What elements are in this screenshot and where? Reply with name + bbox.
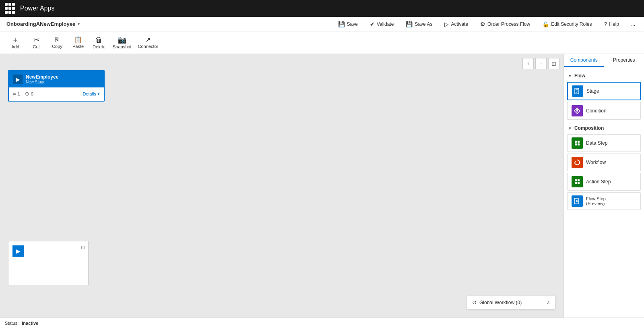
save-label: Save <box>347 21 358 27</box>
app-title-bar: OnboardingANewEmployee ▾ 💾 Save ✔ Valida… <box>0 17 644 31</box>
empty-stage-node[interactable]: ▶ ⊡ <box>8 241 89 285</box>
order-process-flow-icon: ⚙ <box>480 21 485 27</box>
flow-section-label: Flow <box>574 73 585 79</box>
app-title-left: OnboardingANewEmployee ▾ <box>6 21 80 27</box>
component-item-condition[interactable]: Condition <box>567 102 641 120</box>
stage-node[interactable]: ▶ NewEmployee New Stage ≡ 1 ⊙ 0 <box>8 70 105 102</box>
svg-marker-11 <box>575 161 576 162</box>
stage-component-icon <box>572 85 583 97</box>
edit-security-roles-label: Edit Security Roles <box>551 21 592 27</box>
flow-name[interactable]: OnboardingANewEmployee <box>6 21 75 27</box>
svg-rect-3 <box>576 92 577 93</box>
component-item-workflow[interactable]: Workflow <box>567 154 641 171</box>
validate-button[interactable]: ✔ Validate <box>367 19 396 29</box>
add-label: Add <box>11 44 19 49</box>
save-button[interactable]: 💾 Save <box>336 19 360 29</box>
canvas-area[interactable]: + − ⊡ ▶ NewEmployee New Stage ≡ 1 <box>0 54 564 318</box>
main-layout: + − ⊡ ▶ NewEmployee New Stage ≡ 1 <box>0 54 644 318</box>
svg-rect-1 <box>576 89 578 90</box>
add-button[interactable]: ＋ Add <box>5 32 26 53</box>
save-as-button[interactable]: 💾 Save As <box>403 19 435 29</box>
command-bar: ＋ Add ✂ Cut ⎘ Copy 📋 Paste 🗑 Delete 📷 Sn… <box>0 31 644 54</box>
action-step-component-icon <box>572 176 583 187</box>
snapshot-icon: 📷 <box>118 36 126 44</box>
more-label: ... <box>631 21 635 27</box>
connector-icon: ↗ <box>145 37 151 43</box>
global-wf-chevron[interactable]: ∧ <box>547 300 550 305</box>
paste-button[interactable]: 📋 Paste <box>68 32 89 53</box>
edit-security-roles-button[interactable]: 🔒 Edit Security Roles <box>540 19 594 29</box>
svg-rect-13 <box>578 179 580 181</box>
copy-button[interactable]: ⎘ Copy <box>47 32 68 53</box>
composition-section-label: Composition <box>574 125 604 131</box>
details-label: Details <box>83 91 96 96</box>
save-as-icon: 💾 <box>406 21 413 27</box>
svg-rect-5 <box>576 109 578 111</box>
global-workflow-bar[interactable]: ↺ Global Workflow (0) ∧ <box>467 296 555 309</box>
workflow-component-icon <box>572 157 583 168</box>
delete-label: Delete <box>93 44 105 49</box>
more-button[interactable]: ... <box>629 20 638 29</box>
waffle-menu[interactable] <box>5 3 16 14</box>
app-title: Power Apps <box>20 5 54 12</box>
save-as-label: Save As <box>415 21 432 27</box>
stat-conditions-value: 0 <box>31 91 33 96</box>
delete-button[interactable]: 🗑 Delete <box>89 32 109 53</box>
top-bar: Power Apps <box>0 0 644 17</box>
zoom-in-button[interactable]: + <box>522 58 534 69</box>
empty-stage-icon: ▶ <box>12 245 24 257</box>
svg-rect-7 <box>575 141 577 143</box>
section-flow-header: ▼ Flow <box>564 71 644 80</box>
help-icon: ? <box>604 21 607 27</box>
stat-steps-icon: ≡ <box>13 91 16 97</box>
help-label: Help <box>609 21 619 27</box>
edit-security-roles-icon: 🔒 <box>542 21 549 27</box>
global-wf-icon: ↺ <box>472 299 477 306</box>
stage-header: ▶ NewEmployee New Stage <box>9 71 104 87</box>
help-button[interactable]: ? Help <box>602 19 621 29</box>
global-wf-left: ↺ Global Workflow (0) <box>472 299 522 306</box>
validate-icon: ✔ <box>370 21 375 27</box>
section-composition-header: ▼ Composition <box>564 123 644 133</box>
svg-rect-14 <box>575 182 577 184</box>
paste-icon: 📋 <box>74 37 82 43</box>
composition-section-triangle: ▼ <box>568 126 572 131</box>
flow-name-chevron[interactable]: ▾ <box>78 22 80 26</box>
component-item-flow-step[interactable]: Flow Step(Preview) <box>567 192 641 210</box>
svg-rect-8 <box>578 141 580 143</box>
details-button[interactable]: Details ▾ <box>83 91 100 96</box>
tab-properties[interactable]: Properties <box>604 54 644 67</box>
stage-stat-conditions: ⊙ 0 <box>25 91 33 97</box>
cut-button[interactable]: ✂ Cut <box>26 32 47 53</box>
svg-rect-15 <box>578 182 580 184</box>
zoom-fit-button[interactable]: ⊡ <box>548 58 559 69</box>
action-step-component-label: Action Step <box>586 179 611 185</box>
empty-stage-resize-icon[interactable]: ⊡ <box>81 245 85 250</box>
panel-tabs: Components Properties <box>564 54 644 67</box>
data-step-component-label: Data Step <box>586 140 607 146</box>
snapshot-button[interactable]: 📷 Snapshot <box>109 32 134 53</box>
delete-icon: 🗑 <box>95 36 103 44</box>
connector-button[interactable]: ↗ Connector <box>134 32 161 53</box>
activate-button[interactable]: ▷ Activate <box>442 19 471 29</box>
component-item-action-step[interactable]: Action Step <box>567 173 641 191</box>
save-icon: 💾 <box>338 21 345 27</box>
stage-node-subtitle: New Stage <box>26 80 58 84</box>
component-item-stage[interactable]: Stage <box>567 82 641 100</box>
order-process-flow-button[interactable]: ⚙ Order Process Flow <box>478 19 533 29</box>
tab-components[interactable]: Components <box>564 54 604 67</box>
add-icon: ＋ <box>12 36 19 44</box>
flow-step-component-icon <box>572 195 583 207</box>
zoom-out-button[interactable]: − <box>535 58 547 69</box>
svg-rect-12 <box>575 179 577 181</box>
stage-body: ≡ 1 ⊙ 0 Details ▾ <box>9 87 104 101</box>
component-item-data-step[interactable]: Data Step <box>567 134 641 152</box>
connector-label: Connector <box>138 44 158 49</box>
flow-step-component-label: Flow Step(Preview) <box>586 196 606 206</box>
stage-node-icon: ▶ <box>13 75 23 84</box>
stage-node-titles: NewEmployee New Stage <box>26 74 58 84</box>
status-label: Status: <box>5 321 19 326</box>
svg-rect-10 <box>578 143 580 145</box>
stage-node-title: NewEmployee <box>26 74 58 80</box>
condition-component-icon <box>572 105 583 116</box>
